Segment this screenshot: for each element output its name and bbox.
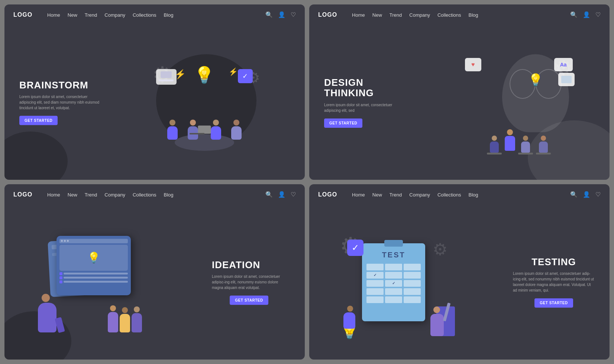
card-ideation: LOGO Home New Trend Company Collections …: [4, 184, 305, 360]
card-desc-1: Lorem ipsum dolor sit amet, consectetuer…: [19, 94, 101, 111]
logo-4: LOGO: [318, 191, 337, 198]
nav-collections-3[interactable]: Collections: [133, 191, 156, 198]
nav-home-1[interactable]: Home: [47, 12, 60, 18]
card-text-2: DESIGN THINKING Lorem ipsum dolor sit am…: [324, 77, 406, 127]
clipboard-4: TEST ✓ ✓: [362, 243, 425, 321]
search-icon-2[interactable]: 🔍: [570, 11, 578, 18]
workstation-person-3: [536, 136, 551, 155]
navbar-icons-3: 🔍 👤 ♡: [265, 191, 296, 198]
logo-3: LOGO: [13, 191, 32, 198]
nav-home-3[interactable]: Home: [47, 191, 60, 198]
card-text-4: TESTING Lorem ipsum dolor sit amet, cons…: [513, 257, 595, 308]
card-title-1: BRAINSTORM: [19, 79, 101, 90]
card-body-3: 💡: [4, 205, 305, 360]
nav-trend-3[interactable]: Trend: [85, 191, 97, 198]
illustration-1: ⚙ ⚙ 💡 ⚡ ⚡ ✓: [111, 25, 297, 180]
card-title-3: IDEATION: [212, 259, 286, 270]
navbar-1: LOGO Home New Trend Company Collections …: [4, 4, 305, 25]
nav-blog-4[interactable]: Blog: [469, 191, 478, 198]
card-desc-3: Lorem ipsum dolor sit amet, consectetuer…: [212, 274, 286, 290]
heart-icon-2[interactable]: ♡: [595, 11, 601, 18]
person-left: [167, 120, 178, 140]
search-icon-4[interactable]: 🔍: [570, 191, 578, 198]
person-center-right: [211, 120, 221, 140]
nav-blog-1[interactable]: Blog: [164, 12, 174, 18]
ideation-scene: 💡: [38, 232, 149, 332]
workstation-person-1: [487, 136, 502, 155]
cta-button-1[interactable]: GET STARTED: [19, 116, 58, 125]
nav-links-2: Home New Trend Company Collections Blog: [352, 12, 570, 18]
laptop-base-deco: [190, 133, 204, 134]
user-icon-4[interactable]: 👤: [583, 191, 590, 198]
nav-trend-2[interactable]: Trend: [390, 12, 402, 18]
checkmark-box-4: ✓: [347, 240, 363, 256]
lightbulb-icon-1: 💡: [194, 65, 214, 85]
card-body-4: ⚙ ⚙ ✓ TEST ✓: [309, 205, 610, 360]
navbar-2: LOGO Home New Trend Company Collections …: [309, 4, 610, 25]
workstation-person-standing: [505, 129, 515, 151]
nav-home-2[interactable]: Home: [352, 12, 365, 18]
illustration-4: ⚙ ⚙ ✓ TEST ✓: [313, 205, 478, 360]
float-card-1: [156, 69, 177, 85]
cta-button-4[interactable]: GET STARTED: [534, 298, 573, 308]
nav-trend-4[interactable]: Trend: [390, 191, 402, 198]
heart-ui-card: ♥: [465, 58, 481, 71]
logo-1: LOGO: [13, 12, 32, 18]
screen-main: 💡: [56, 236, 131, 295]
nav-company-4[interactable]: Company: [409, 191, 430, 198]
workstation-person-2: [518, 136, 533, 155]
navbar-icons-4: 🔍 👤 ♡: [570, 191, 601, 198]
laptop-deco: [198, 126, 211, 134]
lightbulb-icon-3: 💡: [87, 251, 100, 264]
nav-blog-2[interactable]: Blog: [469, 12, 478, 18]
card-testing: LOGO Home New Trend Company Collections …: [309, 184, 610, 360]
logo-2: LOGO: [318, 12, 337, 18]
nav-blog-3[interactable]: Blog: [164, 191, 174, 198]
presenter-person: [38, 294, 56, 332]
heart-icon-1[interactable]: ♡: [291, 11, 296, 18]
nav-collections-1[interactable]: Collections: [133, 12, 156, 18]
search-icon-3[interactable]: 🔍: [265, 191, 273, 198]
card-design-thinking: LOGO Home New Trend Company Collections …: [309, 4, 610, 180]
card-title-4: TESTING: [513, 257, 595, 267]
cta-button-2[interactable]: GET STARTED: [324, 118, 362, 128]
navbar-icons-2: 🔍 👤 ♡: [570, 11, 601, 18]
nav-company-3[interactable]: Company: [104, 191, 125, 198]
illustration-2: ⚙ 💡 Aa ♥: [432, 25, 606, 180]
nav-links-1: Home New Trend Company Collections Blog: [47, 12, 265, 18]
heart-icon-4[interactable]: ♡: [595, 191, 601, 198]
search-icon-1[interactable]: 🔍: [265, 11, 273, 18]
audience-group: [108, 305, 142, 332]
card-body-2: DESIGN THINKING Lorem ipsum dolor sit am…: [309, 25, 610, 180]
nav-new-4[interactable]: New: [372, 191, 382, 198]
checklist-deco: [59, 272, 128, 283]
brain-scene: ⚙ ⚙ 💡 ⚡ ⚡ ✓: [145, 51, 264, 155]
lightning-icon-2: ⚡: [229, 67, 238, 76]
text-tool-card: Aa: [554, 58, 573, 71]
clipboard-ring: [384, 240, 403, 247]
heart-icon-3[interactable]: ♡: [291, 191, 296, 198]
nav-new-2[interactable]: New: [372, 12, 382, 18]
nav-collections-4[interactable]: Collections: [437, 191, 461, 198]
cta-button-3[interactable]: GET STARTED: [230, 296, 268, 305]
workstation-scene: [461, 129, 576, 155]
meeting-table: [175, 134, 234, 151]
lightbulb-icon-2: 💡: [528, 73, 543, 87]
card-text-3: IDEATION Lorem ipsum dolor sit amet, con…: [212, 259, 286, 305]
user-icon-3[interactable]: 👤: [278, 191, 285, 198]
nav-company-1[interactable]: Company: [104, 12, 125, 18]
image-ui-card: [558, 73, 575, 86]
illustration-3: 💡: [8, 205, 180, 360]
nav-links-3: Home New Trend Company Collections Blog: [47, 191, 265, 198]
nav-new-1[interactable]: New: [68, 12, 77, 18]
pointer-person: [430, 306, 444, 336]
nav-company-2[interactable]: Company: [409, 12, 430, 18]
nav-collections-2[interactable]: Collections: [437, 12, 461, 18]
nav-trend-1[interactable]: Trend: [85, 12, 97, 18]
nav-new-3[interactable]: New: [68, 191, 77, 198]
card-body-1: BRAINSTORM Lorem ipsum dolor sit amet, c…: [4, 25, 305, 180]
user-icon-1[interactable]: 👤: [278, 11, 285, 18]
nav-home-4[interactable]: Home: [352, 191, 365, 198]
user-icon-2[interactable]: 👤: [583, 11, 590, 18]
clipboard-test-label: TEST: [362, 251, 425, 259]
